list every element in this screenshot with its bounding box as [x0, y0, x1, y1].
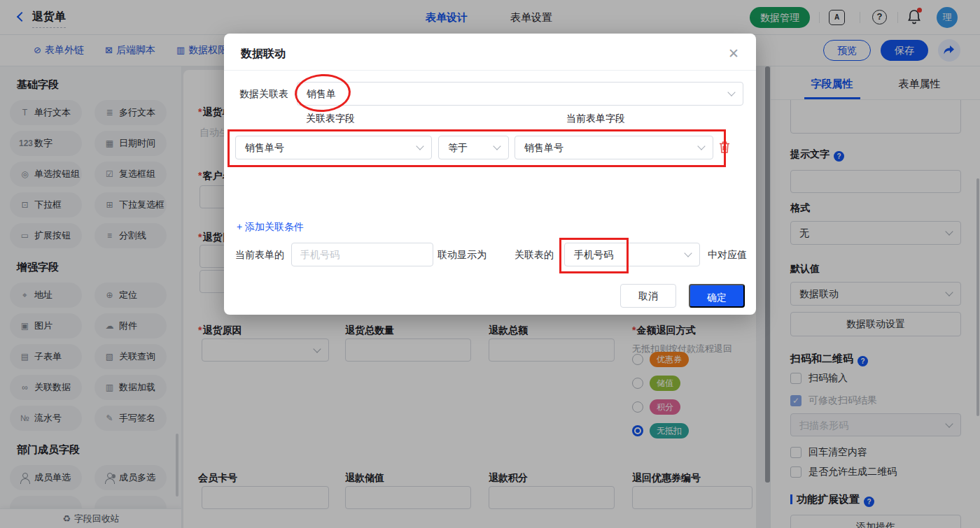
column-header-left: 关联表字段: [306, 113, 355, 125]
trash-icon[interactable]: [718, 141, 731, 157]
chevron-down-icon: [684, 249, 692, 257]
divider: [224, 70, 756, 71]
add-condition-link[interactable]: + 添加关联条件: [237, 221, 304, 234]
display-as-label: 联动显示为: [438, 249, 486, 262]
condition-right-select[interactable]: 销售单号: [514, 136, 713, 159]
condition-left-select[interactable]: 销售单号: [235, 136, 432, 159]
chevron-down-icon: [416, 142, 424, 150]
data-linkage-modal: 数据联动 ✕ 数据关联表 销售单 关联表字段 当前表单字段 销售单号 等于 销售…: [224, 34, 756, 315]
condition-operator-select[interactable]: 等于: [438, 136, 509, 159]
relation-table-select[interactable]: 销售单: [297, 82, 743, 106]
current-form-label: 当前表单的: [235, 249, 284, 262]
column-header-right: 当前表单字段: [566, 113, 625, 125]
relation-table-label: 数据关联表: [239, 88, 288, 101]
suffix-label: 中对应值: [708, 249, 747, 262]
confirm-button[interactable]: 确定: [689, 284, 745, 308]
plus-icon: +: [237, 221, 242, 232]
close-icon[interactable]: ✕: [728, 45, 739, 62]
relation-field-select[interactable]: 手机号码: [564, 243, 700, 266]
chevron-down-icon: [727, 88, 735, 96]
cancel-button[interactable]: 取消: [620, 284, 676, 308]
chevron-down-icon: [493, 142, 500, 150]
chevron-down-icon: [697, 142, 705, 150]
modal-title: 数据联动: [241, 47, 286, 62]
relation-of-label: 关联表的: [514, 249, 554, 262]
form-designer-app: 退货单 表单设计 表单设置 数据管理 A ? 理 ⊘表单外链 ⊠后端脚本 ▥数据…: [0, 0, 980, 528]
current-field-input[interactable]: [291, 243, 433, 266]
